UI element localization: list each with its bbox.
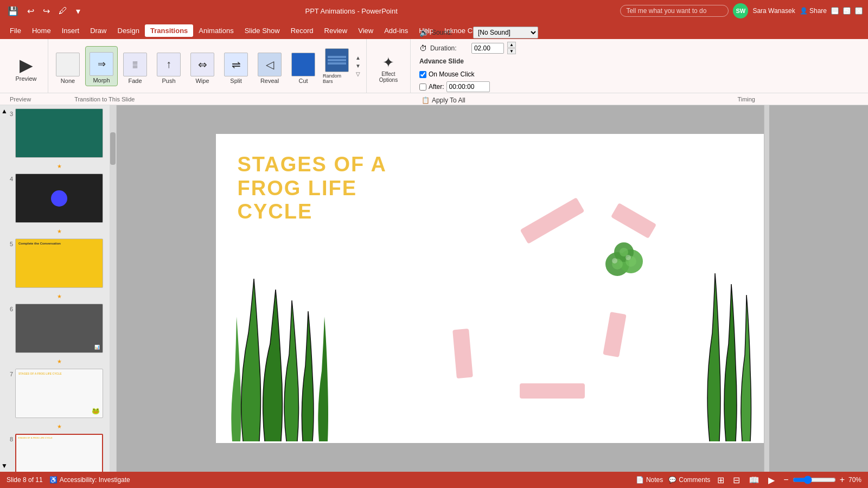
sound-select[interactable]: [No Sound] [473,27,538,38]
section-preview-header: Preview [4,96,42,102]
user-name: Sara Wanasek [752,7,795,15]
zoom-in-btn[interactable]: + [838,475,846,485]
after-row: After: [419,81,576,92]
duration-down-btn[interactable]: ▼ [507,48,516,54]
redo-btn[interactable]: ↪ [41,5,52,17]
on-mouse-click-label: On Mouse Click [429,70,475,78]
notes-btn[interactable]: 📄 Notes [636,476,663,484]
duration-label: Duration: [430,44,468,52]
restore-btn[interactable]: 🗗 [843,7,851,15]
transition-reveal[interactable]: ◁ Reveal [253,46,286,86]
menu-record[interactable]: Record [285,24,319,37]
slide-thumb-7[interactable]: STAGES OF A FROG LIFE CYCLE 🐸 [15,369,103,418]
svg-point-5 [620,248,628,256]
menu-view[interactable]: View [353,24,379,37]
advance-slide-title: Advance Slide [419,57,576,65]
menu-file[interactable]: File [4,24,27,37]
slide-thumb-8[interactable]: STAGES OF A FROG LIFE CYCLE 🐸 [15,434,103,472]
slide-item-6[interactable]: 6 📊 ★ [2,303,114,365]
zoom-out-btn[interactable]: − [782,475,790,485]
more-btn[interactable]: ▾ [74,5,82,17]
slide-item-8[interactable]: 8 STAGES OF A FROG LIFE CYCLE 🐸 ★ [2,433,114,472]
normal-view-btn[interactable]: ⊞ [716,475,726,485]
close-btn[interactable]: ✕ [855,7,863,15]
zoom-slider[interactable] [793,476,836,484]
transition-push[interactable]: ↑ Push [152,46,185,86]
slide-thumb-4[interactable] [15,174,103,223]
gallery-scroll: ▲ ▼ ▽ [353,54,363,78]
effect-options-icon: ✦ [382,54,394,71]
arrow-ne [520,197,584,244]
transition-morph[interactable]: ⇒ Morph [85,46,118,86]
menu-slideshow[interactable]: Slide Show [239,24,285,37]
undo-btn[interactable]: ↩ [25,5,36,17]
main-area: 3 ★ 4 ★ 5 Complete the Conversation [0,105,868,472]
menu-review[interactable]: Review [319,24,353,37]
slide-item-7[interactable]: 7 STAGES OF A FROG LIFE CYCLE 🐸 ★ [2,368,114,431]
slide-thumb-5[interactable]: Complete the Conversation [15,239,103,288]
menu-design[interactable]: Design [112,24,145,37]
panel-scroll-down[interactable]: ▼ [1,462,8,470]
comments-btn[interactable]: 💬 Comments [668,476,710,484]
menu-addins[interactable]: Add-ins [379,24,413,37]
timing-panel: 🔊 Sound: [No Sound] ⏱ Duration: ▲ ▼ Adva… [411,39,584,93]
transition-cut[interactable]: Cut [287,46,320,86]
share-btn[interactable]: 👤 Share [800,7,827,15]
status-left: Slide 8 of 11 ♿ Accessibility: Investiga… [7,476,130,484]
on-mouse-click-checkbox[interactable] [419,71,426,78]
on-mouse-click-row: On Mouse Click [419,70,576,78]
panel-scroll-up[interactable]: ▲ [1,107,8,115]
accessibility-btn[interactable]: ♿ Accessibility: Investigate [49,476,130,484]
morph-icon: ⇒ [90,52,113,76]
slide-editor: STAGES OF A FROG LIFE CYCLE [117,105,868,472]
preview-btn[interactable]: ▶ Preview [10,48,42,88]
transition-split[interactable]: ⇌ Split [220,46,252,86]
slide-canvas[interactable]: STAGES OF A FROG LIFE CYCLE [216,134,764,443]
duration-up-btn[interactable]: ▲ [507,42,516,48]
right-collapse-handle[interactable] [764,105,769,472]
slide-thumb-3[interactable] [15,108,103,158]
save-quick-btn[interactable]: 💾 [5,5,21,17]
user-badge[interactable]: SW [733,3,748,18]
menu-transitions[interactable]: Transitions [145,24,193,37]
reading-view-btn[interactable]: 📖 [747,475,761,485]
status-right: 📄 Notes 💬 Comments ⊞ ⊟ 📖 ▶ − + 70% [636,475,861,485]
cut-icon [291,53,315,76]
after-checkbox[interactable] [419,84,426,91]
comments-icon: 💬 [668,476,676,484]
slide-item-5[interactable]: 5 Complete the Conversation ★ [2,237,114,300]
tell-me-input[interactable] [620,5,729,17]
transition-none[interactable]: None [52,46,84,86]
status-bar: Slide 8 of 11 ♿ Accessibility: Investiga… [0,472,868,488]
transition-random-bars[interactable]: Random Bars [321,46,353,86]
menu-animations[interactable]: Animations [193,24,239,37]
slide-num-8: 8 [3,436,13,442]
slide-thumb-6[interactable]: 📊 [15,304,103,353]
menu-home[interactable]: Home [27,24,56,37]
zoom-control: − + 70% [782,475,861,485]
reveal-icon: ◁ [258,53,282,76]
title-line2: FROG LIFE [238,177,387,201]
scroll-up-btn[interactable]: ▲ [354,54,362,62]
slideshow-btn[interactable]: ▶ [767,475,776,485]
scroll-more-btn[interactable]: ▽ [354,70,362,78]
transition-fade[interactable]: ▒ Fade [119,46,151,86]
slide-sorter-btn[interactable]: ⊟ [731,475,742,485]
transition-gallery: None ⇒ Morph ▒ Fade ↑ Push ⇔ Wipe [52,46,353,86]
transition-wipe[interactable]: ⇔ Wipe [186,46,219,86]
menu-insert[interactable]: Insert [56,24,85,37]
slide-item-3[interactable]: 3 ★ [2,107,114,170]
scroll-down-btn[interactable]: ▼ [354,62,362,70]
minimize-btn[interactable]: 🗕 [831,7,839,15]
title-line3: CYCLE [238,200,387,224]
customize-btn[interactable]: 🖊 [56,5,69,17]
slide-item-4[interactable]: 4 ★ [2,172,114,235]
duration-input[interactable] [471,43,504,54]
slide-panel-scrollbar[interactable] [110,105,116,472]
frog-eggs [601,237,655,282]
effect-options-btn[interactable]: ✦ Effect Options [372,48,405,88]
menu-draw[interactable]: Draw [85,24,112,37]
star-7: ★ [57,423,62,429]
apply-to-all-btn[interactable]: 📋 Apply To All [419,95,576,105]
after-input[interactable] [446,81,490,92]
